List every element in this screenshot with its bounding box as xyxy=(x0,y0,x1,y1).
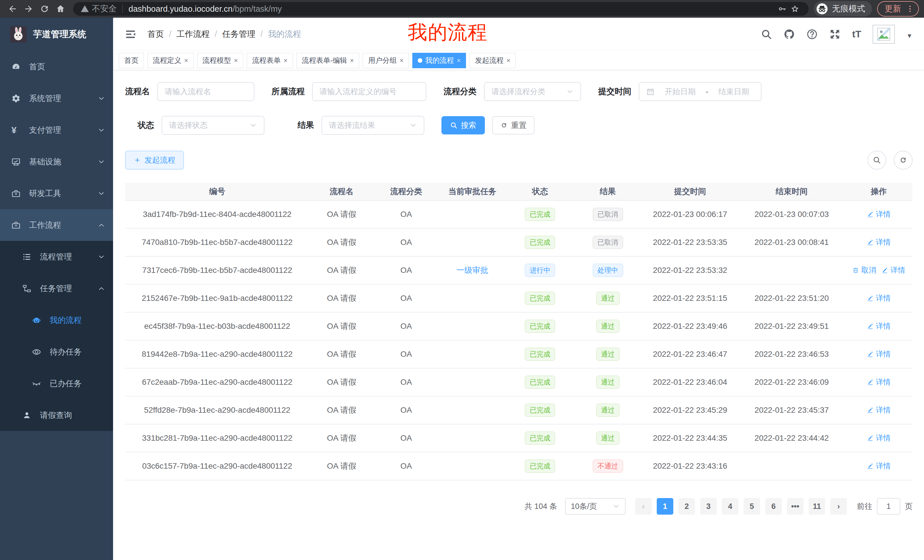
detail-action-link[interactable]: 详情 xyxy=(881,265,905,275)
refresh-icon xyxy=(500,121,508,129)
update-label[interactable]: 更新 xyxy=(885,3,901,15)
edit-icon xyxy=(867,350,874,358)
sidebar-item-my-process[interactable]: 我的流程 xyxy=(0,304,113,336)
detail-action-link[interactable]: 详情 xyxy=(867,461,891,471)
sidebar-item-payment-management[interactable]: ¥支付管理 xyxy=(0,114,113,146)
page-button-11[interactable]: 11 xyxy=(808,498,825,515)
bookmark-star-icon[interactable] xyxy=(789,4,801,14)
breadcrumb-item[interactable]: 首页 xyxy=(147,28,164,40)
search-button[interactable]: 搜索 xyxy=(441,116,485,135)
reset-button[interactable]: 重置 xyxy=(492,116,534,135)
tab-process-definition[interactable]: 流程定义× xyxy=(147,53,194,68)
page-button-6[interactable]: 6 xyxy=(765,498,782,515)
security-warning-icon[interactable] xyxy=(81,4,89,13)
tab-my-process[interactable]: 我的流程× xyxy=(412,53,466,68)
page-size-select[interactable]: 10条/页 xyxy=(565,498,626,515)
address-bar[interactable]: 不安全 dashboard.yudao.iocoder.cn /bpm/task… xyxy=(73,2,808,16)
page-button-4[interactable]: 4 xyxy=(722,498,738,515)
tab-start-process[interactable]: 发起流程× xyxy=(470,53,516,68)
close-icon[interactable]: × xyxy=(399,57,404,64)
browser-forward-icon[interactable] xyxy=(21,2,36,16)
category-select[interactable]: 请选择流程分类 xyxy=(484,82,581,101)
detail-action-link[interactable]: 详情 xyxy=(867,349,891,359)
tab-process-model[interactable]: 流程模型× xyxy=(197,53,243,68)
process-name-field[interactable] xyxy=(165,87,247,96)
close-icon[interactable]: × xyxy=(506,57,510,64)
detail-action-link[interactable]: 详情 xyxy=(867,433,891,443)
detail-action-link[interactable]: 详情 xyxy=(867,209,891,219)
process-name-input[interactable] xyxy=(158,82,254,101)
page-button-5[interactable]: 5 xyxy=(744,498,760,515)
result-select[interactable]: 请选择流结果 xyxy=(321,116,424,135)
cancel-action-link[interactable]: 取消 xyxy=(852,265,876,275)
header-search-icon[interactable] xyxy=(760,28,772,40)
status-badge: 已完成 xyxy=(525,460,555,473)
start-date-placeholder[interactable]: 开始日期 xyxy=(660,87,701,97)
end-date-placeholder[interactable]: 结束日期 xyxy=(714,87,754,97)
browser-update-button[interactable]: 更新 xyxy=(877,1,919,16)
tab-label: 发起流程 xyxy=(475,55,503,65)
breadcrumb-item[interactable]: 任务管理 xyxy=(222,28,255,40)
process-id-cell: ec45f38f-7b9a-11ec-b03b-acde48001122 xyxy=(125,312,309,340)
sidebar-item-workflow[interactable]: 工作流程 xyxy=(0,209,113,241)
browser-reload-icon[interactable] xyxy=(37,2,52,16)
more-pages-button[interactable]: ••• xyxy=(787,498,804,515)
next-page-button[interactable]: › xyxy=(830,498,847,515)
sidebar-item-system-management[interactable]: 系统管理 xyxy=(0,82,113,114)
refresh-table-button[interactable] xyxy=(894,151,913,169)
edit-icon xyxy=(867,434,874,442)
sidebar-item-infrastructure[interactable]: 基础设施 xyxy=(0,146,113,178)
sidebar-item-home[interactable]: 首页 xyxy=(0,51,113,82)
tab-user-group[interactable]: 用户分组× xyxy=(363,53,409,68)
column-header: 当前审批任务 xyxy=(439,183,506,201)
close-icon[interactable]: × xyxy=(184,57,188,64)
toggle-search-button[interactable] xyxy=(867,151,886,169)
gear-icon xyxy=(11,94,21,103)
sidebar-item-leave-query[interactable]: 请假查询 xyxy=(0,399,113,431)
close-icon[interactable]: × xyxy=(234,57,238,64)
breadcrumb-item[interactable]: 工作流程 xyxy=(177,28,210,40)
goto-page-input[interactable] xyxy=(877,498,900,515)
tab-process-form-edit[interactable]: 流程表单-编辑× xyxy=(296,53,359,68)
tab-home[interactable]: 首页 xyxy=(119,53,144,68)
tab-process-form[interactable]: 流程表单× xyxy=(247,53,293,68)
sidebar-item-dev-tools[interactable]: 研发工具 xyxy=(0,178,113,209)
action-label: 详情 xyxy=(876,321,891,331)
browser-home-icon[interactable] xyxy=(53,2,68,16)
sidebar-item-todo-tasks[interactable]: 待办任务 xyxy=(0,336,113,368)
page-button-2[interactable]: 2 xyxy=(678,498,695,515)
close-icon[interactable]: × xyxy=(350,57,354,64)
sidebar-item-task-management[interactable]: 任务管理 xyxy=(0,273,113,304)
status-select[interactable]: 请选择状态 xyxy=(162,116,264,135)
detail-action-link[interactable]: 详情 xyxy=(867,377,891,387)
collapse-sidebar-icon[interactable] xyxy=(124,28,136,40)
create-process-button[interactable]: 发起流程 xyxy=(125,151,184,169)
page-button-1[interactable]: 1 xyxy=(657,498,673,515)
help-icon[interactable] xyxy=(806,28,818,40)
detail-action-link[interactable]: 详情 xyxy=(867,321,891,331)
font-size-icon[interactable]: tT xyxy=(852,28,861,40)
page-button-3[interactable]: 3 xyxy=(700,498,717,515)
sidebar-item-done-tasks[interactable]: 已办任务 xyxy=(0,368,113,399)
current-task-link[interactable]: 一级审批 xyxy=(456,266,488,275)
avatar[interactable] xyxy=(873,25,895,44)
github-icon[interactable] xyxy=(783,28,795,40)
result-badge: 通过 xyxy=(596,292,620,305)
detail-action-link[interactable]: 详情 xyxy=(867,405,891,415)
parent-process-input[interactable] xyxy=(312,82,426,101)
fullscreen-icon[interactable] xyxy=(829,28,841,40)
browser-back-icon[interactable] xyxy=(5,2,20,16)
close-icon[interactable]: × xyxy=(457,57,460,64)
prev-page-button[interactable]: ‹ xyxy=(635,498,652,515)
security-label[interactable]: 不安全 xyxy=(92,3,117,15)
password-key-icon[interactable] xyxy=(776,4,789,14)
category-placeholder: 请选择流程分类 xyxy=(491,87,545,97)
detail-action-link[interactable]: 详情 xyxy=(867,293,891,303)
submit-time-range-picker[interactable]: 开始日期 - 结束日期 xyxy=(639,82,762,101)
edit-icon xyxy=(867,322,874,329)
avatar-caret-down-icon[interactable]: ▼ xyxy=(906,32,913,40)
close-icon[interactable]: × xyxy=(284,57,288,64)
sidebar-item-process-management[interactable]: 流程管理 xyxy=(0,241,113,273)
parent-process-field[interactable] xyxy=(320,87,419,96)
detail-action-link[interactable]: 详情 xyxy=(867,237,891,247)
